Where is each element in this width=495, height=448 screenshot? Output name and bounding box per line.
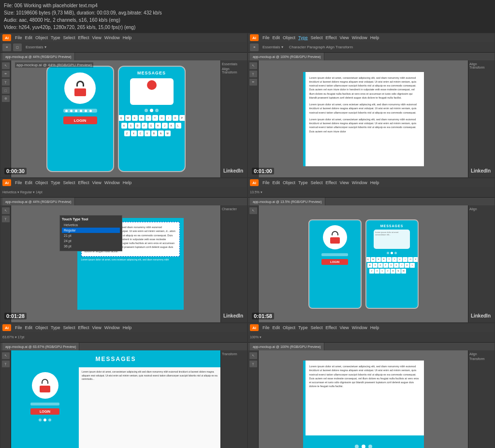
tool-3-select[interactable]: ↖ xyxy=(2,207,10,214)
tab-4[interactable]: app-mockup.ai @ 13.5% (RGB/GPU Preview) xyxy=(250,198,325,205)
login-btn-4[interactable]: LOGIN xyxy=(321,259,348,265)
menu-items-4: FileEditObjectTypeSelectEffectViewWindow… xyxy=(262,180,379,185)
keyboard-4: Q W E R T Y U I O P xyxy=(365,257,418,274)
toolbar-btn[interactable]: ≡ xyxy=(2,43,11,51)
tool-type[interactable]: T xyxy=(2,79,10,86)
tab-bar-2: app-mockup.ai @ 100% (RGB/GPU Preview) xyxy=(248,53,495,60)
tool-rect[interactable]: □ xyxy=(2,87,10,94)
cell-2: Ai FileEditObject Type SelectEffectViewW… xyxy=(248,33,495,178)
illustrator-window-2: Ai FileEditObject Type SelectEffectViewW… xyxy=(248,33,495,177)
illustrator-window-3: Ai FileEditObjectTypeSelectEffectViewWin… xyxy=(0,178,247,322)
main-area-3: ↖ T Touch Type Tool Helvetica Regular 21… xyxy=(0,205,247,322)
tab-1[interactable]: app-mockup.ai @ 44% (RGB/GPU Preview) xyxy=(2,53,75,60)
right-panel-4: Align xyxy=(468,205,495,322)
tab-2[interactable]: app-mockup.ai @ 100% (RGB/GPU Preview) xyxy=(250,53,324,60)
cell-1: Ai FileEditObjectTypeSelectEffectViewWin… xyxy=(0,33,248,178)
menubar-3: Ai FileEditObjectTypeSelectEffectViewWin… xyxy=(0,178,247,187)
dots-5 xyxy=(39,419,51,421)
lorem-text-6: Lorem ipsum dolor sit amet, consectetuer… xyxy=(309,364,420,389)
phone-mockup-messages-1: MESSAGES Q W xyxy=(118,66,186,172)
phone-mockup-1: LOGIN xyxy=(46,66,114,172)
canvas-2: Lorem ipsum dolor sit amet, consectetuer… xyxy=(259,60,468,177)
font-label-3: Helvetica ▾ Regular ▾ 14pt xyxy=(2,190,43,194)
tool-3-type[interactable]: T xyxy=(2,216,10,222)
lock-body-4 xyxy=(330,237,340,244)
cyan-footer-6 xyxy=(303,435,424,448)
timestamp-1: 0:00:30 xyxy=(4,168,27,174)
tool-6-select[interactable]: ↖ xyxy=(249,352,257,359)
ai-logo-4: Ai xyxy=(250,179,259,186)
toolbar-1: ≡ ◻ Essentials ▾ xyxy=(0,42,247,53)
menu-items-2: FileEditObject Type SelectEffectViewWind… xyxy=(262,35,379,40)
doc-container-6: Lorem ipsum dolor sit amet, consectetuer… xyxy=(303,361,424,448)
zoom-label-6: 100% ▾ xyxy=(250,335,262,339)
tool-select[interactable]: ↖ xyxy=(2,62,10,69)
right-col-5: Lorem ipsum dolor sit amet, consectetuer… xyxy=(79,367,220,448)
font-regular[interactable]: Regular xyxy=(62,228,120,233)
toolbar-btn-2[interactable]: ◻ xyxy=(13,43,22,51)
font-size-24[interactable]: 24 pt xyxy=(62,238,120,244)
scene-5: MESSAGES xyxy=(11,350,220,448)
tab-6[interactable]: app-mockup.ai @ 100% (RGB/GPU Preview) xyxy=(250,343,324,350)
illustrator-window-1: Ai FileEditObjectTypeSelectEffectViewWin… xyxy=(0,33,247,177)
left-panel-3: ↖ T xyxy=(0,205,11,322)
lorem-para-3: Lorem ipsum dolor sit amet, consectetuer… xyxy=(309,117,420,133)
ai-logo-3: Ai xyxy=(2,179,11,186)
font-helvetica[interactable]: Helvetica xyxy=(62,222,120,228)
tab-3[interactable]: app-mockup.ai @ 44% (RGB/GPU Preview) xyxy=(2,198,75,205)
tool-4-select[interactable]: ↖ xyxy=(249,207,257,214)
text-area-5: Lorem ipsum dolor sit amet, consectetuer… xyxy=(79,367,220,448)
menu-items-6: FileEditObjectTypeSelectEffectViewWindow… xyxy=(262,325,379,330)
left-panel-2: ↖ T ✒ xyxy=(248,60,259,177)
canvas-3: Touch Type Tool Helvetica Regular 21 pt … xyxy=(11,205,220,322)
canvas-1: app-mockup.ai @ 44% (RGB/GPU Preview) xyxy=(11,60,220,177)
right-panel-2: Align Transform xyxy=(468,60,495,177)
linkedin-logo-1: LinkedIn xyxy=(223,168,243,173)
toolbar-label: Essentials ▾ xyxy=(26,45,46,49)
tool-5-type[interactable]: T xyxy=(2,361,10,367)
messages-banner-5: MESSAGES xyxy=(11,350,220,367)
lock-icon-1 xyxy=(73,81,88,96)
main-area-5: ↖ T MESSAGES xyxy=(0,350,247,448)
login-screen-4: LOGIN xyxy=(308,219,362,309)
lock-body-1 xyxy=(74,88,86,96)
tool-2-select[interactable]: ↖ xyxy=(249,62,257,69)
text-doc-6: Lorem ipsum dolor sit amet, consectetuer… xyxy=(303,361,424,435)
toolbar-6: 100% ▾ xyxy=(248,332,495,343)
file-info-bar: File: 006 Working with placeholder text.… xyxy=(0,0,495,33)
main-area-1: ↖ ✒ T □ ⊕ app-mockup.ai @ 44% (RGB/GPU P… xyxy=(0,60,247,177)
file-name: File: 006 Working with placeholder text.… xyxy=(4,2,491,9)
text-doc-2: Lorem ipsum dolor sit amet, consectetuer… xyxy=(303,72,424,166)
zoom-label-4: 13.5% ▾ xyxy=(250,190,262,194)
tool-2-pen[interactable]: ✒ xyxy=(249,79,257,86)
font-size-36[interactable]: 36 pt xyxy=(62,244,120,249)
chat-bubble-1 xyxy=(130,78,174,105)
lock-circle-4 xyxy=(323,225,347,249)
audio-info: Audio: aac, 48000 Hz, 2 channels, s16, 1… xyxy=(4,16,491,24)
tool-2-type[interactable]: T xyxy=(249,71,257,77)
lock-circle-1 xyxy=(64,72,96,104)
tool-zoom[interactable]: ⊕ xyxy=(2,95,10,102)
right-panel-5: Transform xyxy=(220,350,247,448)
dot-6-3 xyxy=(368,445,372,448)
right-panel-6: Align Transform xyxy=(468,350,495,448)
font-size-21[interactable]: 21 pt xyxy=(62,233,120,238)
login-btn-1[interactable]: LOGIN xyxy=(63,116,97,124)
lock-shackle-1 xyxy=(76,81,84,87)
login-label-5: LOGIN xyxy=(40,410,50,413)
login-btn-5[interactable]: LOGIN xyxy=(30,408,59,415)
tab-bar-5: app-mockup.ai @ 63.67% (RGB/GPU Preview) xyxy=(0,343,247,350)
lock-body-5 xyxy=(40,386,50,392)
dots-4 xyxy=(387,252,397,254)
pass-bar-4 xyxy=(321,253,348,256)
lock-circle-5 xyxy=(32,372,58,399)
panel-label-5: Transform xyxy=(222,352,246,356)
tab-5[interactable]: app-mockup.ai @ 63.67% (RGB/GPU Preview) xyxy=(2,343,79,350)
tool-pen[interactable]: ✒ xyxy=(2,71,10,77)
tool-5-select[interactable]: ↖ xyxy=(2,352,10,359)
dot-6-2 xyxy=(362,445,365,448)
toolbar-btn-2a[interactable]: ≡ xyxy=(250,43,259,51)
toolbar-3: Helvetica ▾ Regular ▾ 14pt xyxy=(0,187,247,198)
linkedin-logo-4: LinkedIn xyxy=(471,313,491,318)
tool-6-type[interactable]: T xyxy=(249,361,257,367)
